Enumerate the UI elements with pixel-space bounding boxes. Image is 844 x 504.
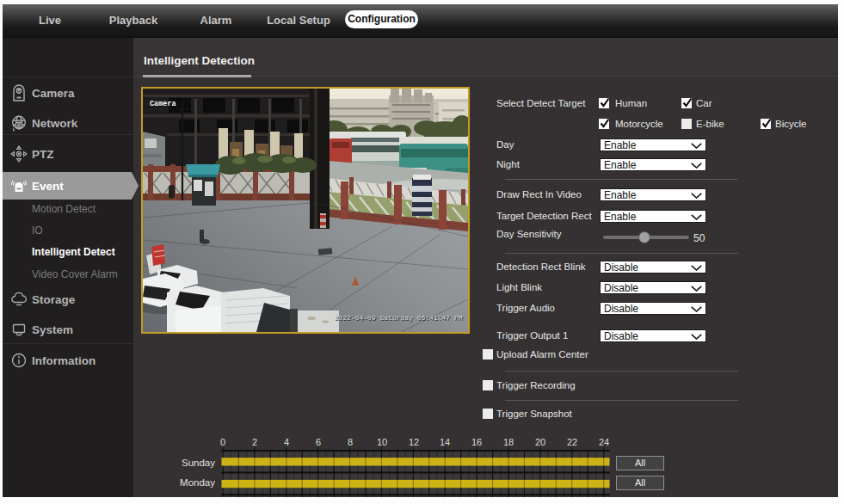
svg-text:2022-04-09 Saturday 06:41:47 P: 2022-04-09 Saturday 06:41:47 PM [335,314,463,322]
svg-text:Camera: Camera [150,100,176,108]
